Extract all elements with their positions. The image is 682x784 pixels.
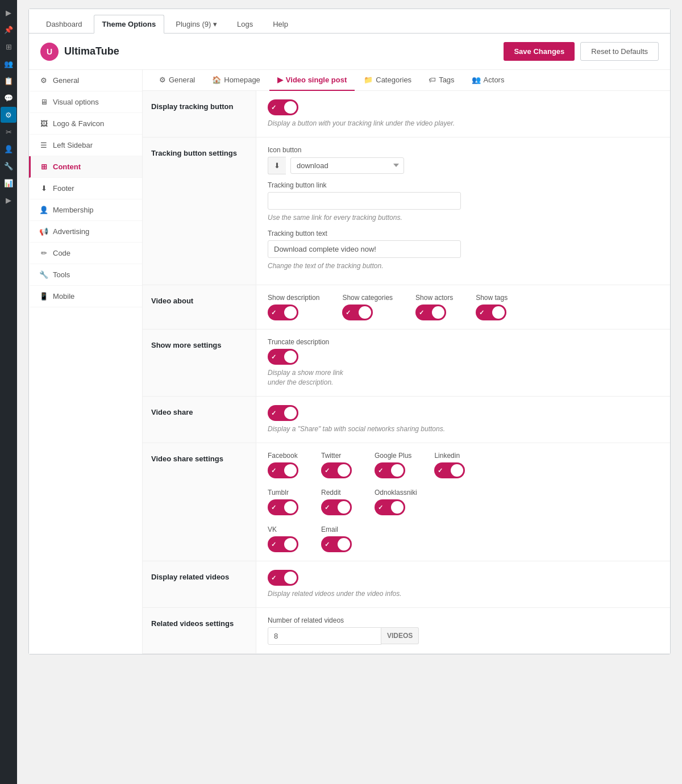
reddit-toggle[interactable]: ✓ — [321, 499, 352, 515]
checkmark-icon: ✓ — [271, 104, 276, 111]
left-nav: ⚙ General 🖥 Visual options 🖼 Logo & Favi… — [29, 70, 143, 654]
show-categories-toggle[interactable]: ✓ — [342, 305, 373, 320]
checkmark-icon: ✓ — [419, 309, 424, 316]
setting-content-video-about: Show description ✓ Show categories — [256, 285, 670, 329]
icon-nav-chart[interactable]: 📊 — [1, 175, 16, 191]
icon-nav-wrench[interactable]: 🔧 — [1, 158, 16, 174]
icon-button-select[interactable]: download — [290, 157, 404, 174]
setting-content-show-more: Truncate description ✓ Display a show mo… — [256, 330, 670, 396]
facebook-label: Facebook — [268, 452, 298, 460]
show-actors-toggle[interactable]: ✓ — [415, 305, 446, 320]
setting-content-video-share: ✓ Display a "Share" tab with social netw… — [256, 397, 670, 443]
show-categories-label: Show categories — [342, 294, 393, 302]
person-icon: 👤 — [39, 206, 48, 214]
icon-nav-list[interactable]: 📋 — [1, 73, 16, 89]
google-plus-toggle[interactable]: ✓ — [375, 462, 405, 478]
icon-nav-pin[interactable]: 📌 — [1, 22, 16, 37]
sidebar-item-mobile[interactable]: 📱 Mobile — [29, 286, 142, 307]
tab-tags[interactable]: 🏷 Tags — [421, 70, 462, 91]
setting-label-tracking-settings: Tracking button settings — [143, 137, 256, 285]
setting-display-related-videos: Display related videos ✓ Display related… — [143, 561, 670, 608]
tab-logs[interactable]: Logs — [228, 15, 261, 34]
show-more-toggle[interactable]: ✓ — [268, 349, 298, 365]
checkmark-icon: ✓ — [271, 466, 276, 474]
icon-nav-grid[interactable]: ⊞ — [1, 39, 16, 55]
sidebar-item-general[interactable]: ⚙ General — [29, 70, 142, 91]
icon-button-label: Icon button — [268, 146, 659, 154]
toggle-facebook: Facebook ✓ — [268, 452, 298, 478]
reset-defaults-button[interactable]: Reset to Defaults — [580, 42, 659, 61]
icon-nav-comment[interactable]: 💬 — [1, 90, 16, 106]
toggle-reddit: Reddit ✓ — [321, 489, 352, 515]
toggle-knob — [338, 464, 350, 477]
share-toggles-row2: Tumblr ✓ Reddit ✓ — [268, 489, 659, 515]
related-videos-count-input[interactable] — [268, 627, 381, 645]
toggle-knob — [338, 538, 350, 551]
tumblr-toggle[interactable]: ✓ — [268, 499, 298, 515]
sidebar-item-code[interactable]: ✏ Code — [29, 243, 142, 264]
sidebar-item-content[interactable]: ⊞ Content — [29, 156, 142, 178]
related-videos-count-label: Number of related videos — [268, 616, 659, 624]
related-videos-toggle[interactable]: ✓ — [268, 570, 298, 586]
toggle-knob — [391, 464, 404, 477]
setting-video-share-settings: Video share settings Facebook ✓ — [143, 443, 670, 561]
save-changes-button[interactable]: Save Changes — [504, 42, 575, 61]
setting-label-video-share: Video share — [143, 397, 256, 443]
sidebar-item-visual-options[interactable]: 🖥 Visual options — [29, 91, 142, 113]
tab-video-single-post[interactable]: ▶ Video single post — [269, 70, 355, 91]
sidebar-item-membership[interactable]: 👤 Membership — [29, 199, 142, 221]
page-header: U UltimaTube Save Changes Reset to Defau… — [29, 34, 670, 70]
icon-nav-person[interactable]: 👤 — [1, 141, 16, 157]
linkedin-toggle[interactable]: ✓ — [434, 462, 465, 478]
tracking-text-label: Tracking button text — [268, 230, 659, 237]
email-toggle[interactable]: ✓ — [321, 536, 352, 552]
page-title: UltimaTube — [64, 45, 119, 57]
sidebar-item-tools[interactable]: 🔧 Tools — [29, 264, 142, 286]
tab-help[interactable]: Help — [264, 15, 297, 34]
tab-actors[interactable]: 👥 Actors — [464, 70, 513, 91]
tracking-button-toggle[interactable]: ✓ — [268, 99, 298, 115]
twitter-toggle[interactable]: ✓ — [321, 462, 352, 478]
show-tags-toggle[interactable]: ✓ — [476, 305, 506, 320]
icon-nav-play[interactable]: ▶ — [1, 5, 16, 20]
icon-nav-users[interactable]: 👥 — [1, 56, 16, 72]
toggle-odnoklassniki: Odnoklassniki ✓ — [375, 489, 417, 515]
tracking-link-hint: Use the same link for every tracking but… — [268, 213, 659, 223]
tab-categories[interactable]: 📁 Categories — [356, 70, 419, 91]
tumblr-label: Tumblr — [268, 489, 298, 497]
toggle-tumblr: Tumblr ✓ — [268, 489, 298, 515]
icon-nav-settings[interactable]: ⚙ — [1, 107, 16, 123]
tag-icon: 🏷 — [429, 76, 436, 84]
sidebar-item-footer[interactable]: ⬇ Footer — [29, 178, 142, 199]
toggle-knob — [492, 306, 505, 319]
tracking-text-hint: Change the text of the tracking button. — [268, 261, 659, 271]
icon-nav-video[interactable]: ▶ — [1, 192, 16, 208]
tab-homepage[interactable]: 🏠 Homepage — [204, 70, 268, 91]
odnoklassniki-toggle[interactable]: ✓ — [375, 499, 405, 515]
show-description-toggle[interactable]: ✓ — [268, 305, 298, 320]
content-wrapper: Dashboard Theme Options Plugins (9) ▾ Lo… — [17, 0, 682, 784]
setting-video-share: Video share ✓ Display a "Share" tab with… — [143, 397, 670, 443]
checkmark-icon: ✓ — [271, 409, 276, 416]
facebook-toggle[interactable]: ✓ — [268, 462, 298, 478]
checkmark-icon: ✓ — [325, 466, 330, 474]
sidebar-item-advertising[interactable]: 📢 Advertising — [29, 221, 142, 243]
folder-icon: 📁 — [364, 76, 373, 84]
checkmark-icon: ✓ — [438, 466, 443, 474]
tab-plugins[interactable]: Plugins (9) ▾ — [167, 15, 226, 34]
tracking-link-input[interactable] — [268, 192, 461, 210]
tab-theme-options[interactable]: Theme Options — [94, 15, 165, 34]
main-area: Dashboard Theme Options Plugins (9) ▾ Lo… — [17, 0, 682, 784]
vk-toggle[interactable]: ✓ — [268, 536, 298, 552]
icon-nav-tag[interactable]: ✂ — [1, 124, 16, 140]
video-share-description: Display a "Share" tab with social networ… — [268, 424, 659, 434]
setting-content-tracking-settings: Icon button ⬇ download Tracking button l… — [256, 137, 670, 285]
tab-dashboard[interactable]: Dashboard — [38, 15, 91, 34]
sidebar-item-left-sidebar[interactable]: ☰ Left Sidebar — [29, 135, 142, 156]
video-share-toggle[interactable]: ✓ — [268, 405, 298, 421]
tab-general[interactable]: ⚙ General — [151, 70, 203, 91]
setting-tracking-button-settings: Tracking button settings Icon button ⬇ d… — [143, 137, 670, 286]
tracking-text-input[interactable] — [268, 240, 461, 258]
setting-video-about: Video about Show description ✓ — [143, 285, 670, 330]
sidebar-item-logo-favicon[interactable]: 🖼 Logo & Favicon — [29, 113, 142, 135]
